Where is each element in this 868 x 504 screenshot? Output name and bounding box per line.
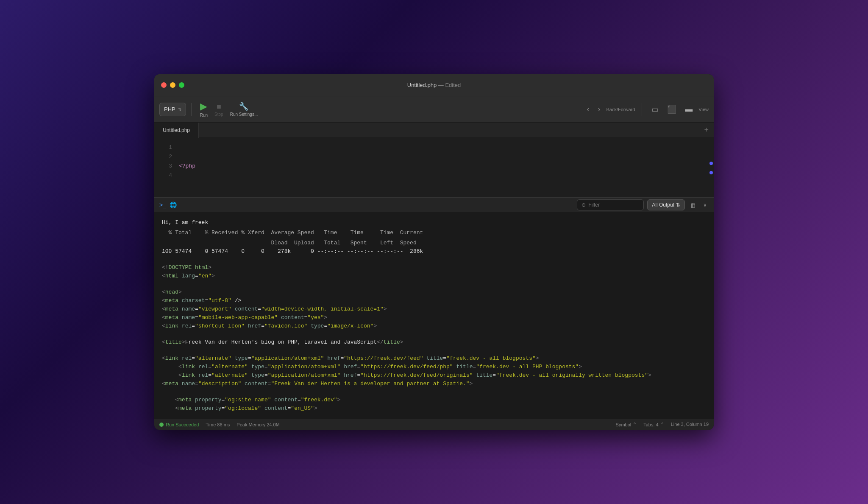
- stop-icon: ■: [217, 102, 221, 111]
- symbol-chevron-icon: ⌃: [633, 422, 637, 427]
- output-line-0: Hi, I am freek: [162, 218, 706, 227]
- play-icon: ▶: [200, 101, 207, 112]
- output-line-18: <link rel="alternate" type="application/…: [162, 371, 706, 380]
- gutter-marker-2: [709, 171, 713, 174]
- output-line-3: 100 57474 0 57474 0 0 278k 0 --:--:-- --…: [162, 247, 706, 256]
- stop-label: Stop: [214, 112, 223, 117]
- line-numbers: 1 2 3 4: [154, 138, 175, 197]
- language-selector[interactable]: PHP ⇅: [159, 103, 186, 116]
- edited-indicator: — Edited: [438, 82, 461, 88]
- output-panel-header: >_ 🌐 ⊙ All Output ⇅ 🗑 ∨: [154, 197, 714, 213]
- tabs-label: Tabs: 4: [643, 422, 658, 427]
- traffic-lights: [161, 82, 184, 88]
- output-line-12: <link rel="shortcut icon" href="favicon.…: [162, 322, 706, 330]
- stop-button[interactable]: ■ Stop: [211, 101, 227, 118]
- add-tab-button[interactable]: +: [699, 123, 714, 138]
- file-name: Untitled.php: [407, 82, 437, 88]
- output-line-22: <meta property="og:locale" content="en_U…: [162, 404, 706, 413]
- terminal-icon: >_: [159, 202, 166, 208]
- output-line-21: <meta property="og:site_name" content="f…: [162, 396, 706, 404]
- settings-label: Run Settings...: [230, 112, 258, 117]
- tabs-selector[interactable]: Tabs: 4 ⌃: [643, 422, 664, 427]
- time-label: Time 86 ms: [206, 422, 230, 427]
- view-side-icon[interactable]: ▬: [682, 103, 695, 115]
- output-line-8: <head>: [162, 288, 706, 297]
- code-line-2: [179, 190, 705, 197]
- add-tab-icon: +: [704, 126, 709, 134]
- forward-button[interactable]: ›: [595, 103, 603, 115]
- file-tab[interactable]: Untitled.php: [154, 123, 199, 138]
- back-button[interactable]: ‹: [584, 103, 592, 115]
- all-output-label: All Output: [652, 202, 674, 208]
- tabs-chevron-icon: ⌃: [660, 422, 664, 427]
- toolbar-right: ‹ › Back/Forward ▭ ⬛ ▬ View: [584, 103, 709, 116]
- close-button[interactable]: [161, 82, 167, 88]
- output-line-10: <meta name="viewport" content="width=dev…: [162, 305, 706, 314]
- view-single-icon[interactable]: ▭: [649, 103, 661, 116]
- titlebar: Untitled.php — Edited: [154, 74, 714, 96]
- maximize-button[interactable]: [179, 82, 184, 88]
- output-line-2: Dload Upload Total Spent Left Speed: [162, 239, 706, 247]
- output-line-15: [162, 347, 706, 354]
- output-line-17: <link rel="alternate" type="application/…: [162, 363, 706, 371]
- run-status: Run Succeeded: [159, 422, 199, 427]
- output-line-7: [162, 280, 706, 288]
- toolbar: PHP ⇅ ▶ Run ■ Stop 🔧 Run Settings... ‹ ›…: [154, 96, 714, 123]
- window-title: Untitled.php — Edited: [407, 82, 461, 88]
- filter-icon: ⊙: [581, 202, 586, 208]
- language-label: PHP: [164, 106, 175, 112]
- output-line-5: <!DOCTYPE html>: [162, 263, 706, 272]
- output-line-13: [162, 330, 706, 338]
- output-line-16: <link rel="alternate" type="application/…: [162, 354, 706, 363]
- editor-gutter: [709, 138, 714, 197]
- chevrons-icon: ⇅: [178, 107, 181, 112]
- globe-icon: 🌐: [170, 202, 177, 208]
- run-settings-button[interactable]: 🔧 Run Settings...: [227, 100, 262, 118]
- clear-output-button[interactable]: 🗑: [688, 202, 698, 209]
- panel-chevron-icon[interactable]: ∨: [701, 202, 709, 208]
- code-line-1: <?php: [179, 162, 705, 171]
- output-line-19: <meta name="description" content="Freek …: [162, 380, 706, 388]
- toolbar-sep-2: [642, 103, 642, 116]
- wrench-icon: 🔧: [239, 102, 248, 111]
- minimize-button[interactable]: [170, 82, 175, 88]
- peak-memory-label: Peak Memory 24.0M: [236, 422, 279, 427]
- symbol-selector[interactable]: Symbol ⌃: [616, 422, 637, 427]
- success-dot: [159, 423, 164, 427]
- symbol-label: Symbol: [616, 422, 632, 427]
- run-label: Run: [200, 113, 208, 118]
- toolbar-separator: [191, 103, 192, 116]
- back-forward-label: Back/Forward: [606, 107, 635, 112]
- view-label: View: [698, 107, 709, 112]
- output-area: Hi, I am freek % Total % Received % Xfer…: [154, 213, 714, 419]
- tabbar: Untitled.php +: [154, 123, 714, 138]
- filter-input[interactable]: [588, 202, 639, 208]
- all-output-button[interactable]: All Output ⇅: [647, 199, 685, 210]
- output-line-14: <title>Freek Van der Herten's blog on PH…: [162, 338, 706, 347]
- main-window: Untitled.php — Edited PHP ⇅ ▶ Run ■ Stop…: [154, 74, 714, 430]
- output-line-20: [162, 388, 706, 396]
- output-line-4: [162, 256, 706, 263]
- code-editor[interactable]: 1 2 3 4 <?php echo 'Hi, I am ' . `whoami…: [154, 138, 714, 197]
- output-line-6: <html lang="en">: [162, 272, 706, 280]
- output-line-9: <meta charset="utf-8" />: [162, 297, 706, 305]
- all-output-chevron-icon: ⇅: [676, 202, 680, 208]
- statusbar-right: Symbol ⌃ Tabs: 4 ⌃ Line 3, Column 19: [616, 422, 709, 427]
- code-content[interactable]: <?php echo 'Hi, I am ' . `whoami`; echo …: [175, 138, 709, 197]
- tab-label: Untitled.php: [163, 127, 190, 133]
- output-line-11: <meta name="mobile-web-app-capable" cont…: [162, 314, 706, 322]
- filter-box: ⊙: [577, 199, 644, 210]
- run-button[interactable]: ▶ Run: [197, 99, 211, 119]
- output-line-1: % Total % Received % Xferd Average Speed…: [162, 229, 706, 237]
- statusbar: Run Succeeded Time 86 ms Peak Memory 24.…: [154, 419, 714, 430]
- run-succeeded-label: Run Succeeded: [166, 422, 199, 427]
- view-split-icon[interactable]: ⬛: [665, 103, 679, 116]
- line-column-label: Line 3, Column 19: [671, 422, 709, 427]
- gutter-marker-1: [709, 162, 713, 165]
